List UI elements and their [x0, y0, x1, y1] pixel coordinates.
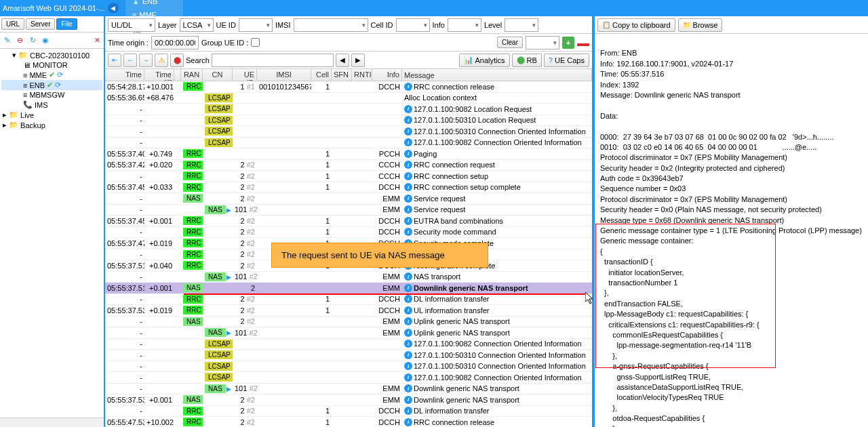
clear-button[interactable]: Clear [497, 37, 523, 48]
detail-header: From: ENB Info: 192.168.100.17:9001, v20… [600, 49, 741, 119]
filter-row-1: UL/DL Layer LCSA UE ID IMSI Cell ID Info… [105, 16, 592, 34]
warn-icon[interactable]: ⚠ [155, 54, 168, 67]
log-row[interactable]: -RRC▶2 #21DCCHi DL information transfer [105, 294, 592, 306]
close-icon[interactable]: ✕ [92, 35, 102, 46]
url-button[interactable]: URL [1, 18, 24, 30]
log-toolbar: ⇤ ← → ⚠ ⬤ Search ◀ ▶ 📊Analytics ⬤RB ?UE … [105, 52, 592, 69]
log-row[interactable]: -LCSAP▶i 127.0.1.100:9082 Connection Ori… [105, 339, 592, 350]
stop-icon[interactable]: ⊖ [14, 35, 25, 46]
level-label: Level [484, 21, 502, 29]
server-button[interactable]: Server [26, 18, 55, 30]
highlight-underline [184, 293, 587, 295]
tree-node-enb[interactable]: ≡ ENB ✔ ⟳ [1, 80, 102, 90]
right-toolbar: 📋 Copy to clipboard 📁 Browse [595, 16, 868, 34]
tree-node-ims[interactable]: 📞 IMS [1, 100, 102, 110]
file-button[interactable]: File [56, 18, 77, 30]
error-icon[interactable]: ⬤ [170, 54, 184, 67]
rb-button[interactable]: ⬤RB [512, 54, 542, 67]
log-row[interactable]: -LCSAP▶i 127.0.1.100:50310 Connection Or… [105, 126, 592, 138]
time-origin-label: Time origin : [108, 39, 149, 47]
analytics-button[interactable]: 📊Analytics [459, 54, 510, 67]
layer-label: Layer [158, 21, 177, 29]
log-row[interactable]: 05:55:37.535+0.019RRC▶2 #21DCCHi UL info… [105, 305, 592, 317]
group-ueid-label: Group UE ID : [201, 39, 248, 47]
log-row[interactable]: 05:55:37.456+0.001RRC▶2 #21DCCHi EUTRA b… [105, 216, 592, 227]
info-combo[interactable] [448, 18, 481, 32]
tree-node-mbmsgw[interactable]: ≡ MBMSGW [1, 90, 102, 100]
scrollbar-horizontal[interactable] [0, 418, 104, 427]
uecaps-button[interactable]: ?UE Caps [544, 54, 589, 67]
nav-prev[interactable]: ← [123, 54, 137, 67]
log-row[interactable]: -NAS▶101 #2EMMi Uplink generic NAS trans… [105, 327, 592, 339]
log-row[interactable]: 05:55:37.402+0.749RRC▶1PCCHi Paging [105, 148, 592, 160]
collapse-icon[interactable]: ◀ [108, 3, 119, 14]
ueid-combo[interactable] [239, 18, 273, 32]
group-ueid-checkbox[interactable] [251, 38, 260, 47]
remove-button[interactable] [577, 43, 589, 46]
clear-combo[interactable] [526, 36, 559, 49]
right-panel: 📋 Copy to clipboard 📁 Browse From: ENB I… [593, 16, 868, 427]
log-row[interactable]: -NAS▶101 #2EMMi Downlink generic NAS tra… [105, 384, 592, 395]
log-row[interactable]: 05:55:37.422+0.020RRC▶2 #21CCCHi RRC con… [105, 160, 592, 171]
tree-node-mme[interactable]: ≡ MME ✔ ⟳ [1, 70, 102, 80]
log-header: Time Time diff RAN CN UE ID IMSI Cell SF… [105, 69, 592, 81]
tree-view: ▾ 📁 CBC-2023010100 🖥 MONITOR≡ MME ✔ ⟳≡ E… [0, 49, 104, 418]
log-body[interactable]: 05:54:28.177+10.001RRC▶1 #10010101234567… [105, 81, 592, 427]
top-tab-enb[interactable]: ▲ENB [125, 0, 183, 8]
log-row[interactable]: -NAS▶101 #2EMMi Service request [105, 205, 592, 216]
time-origin-input[interactable] [151, 36, 199, 49]
log-row[interactable]: -NAS▶101 #2EMMi NAS transport [105, 272, 592, 283]
tree-folder-live[interactable]: ▸ 📁 Live [1, 110, 102, 120]
refresh-icon[interactable]: ↻ [27, 35, 38, 46]
log-row[interactable]: 05:55:36.653+68.476LCSAP▶Alloc Location … [105, 93, 592, 104]
tree-folder-backup[interactable]: ▸ 📁 Backup [1, 120, 102, 130]
tree-node-monitor[interactable]: 🖥 MONITOR [1, 60, 102, 70]
log-row[interactable]: -LCSAP▶i 127.0.1.100:9082 Location Reque… [105, 104, 592, 115]
log-row[interactable]: -RRC▶2 #21DCCHi Security mode command [105, 227, 592, 239]
ueid-label: UE ID [216, 21, 236, 29]
imsi-label: IMSI [275, 21, 291, 29]
left-panel: URL Server File ✎ ⊖ ↻ ◉ ✕ ▾ 📁 CBC-202301… [0, 16, 105, 427]
nav-next[interactable]: → [139, 54, 153, 67]
log-row[interactable]: -LCSAP▶i 127.0.1.100:9082 Connection Ori… [105, 138, 592, 149]
log-row[interactable]: 05:55:37.516+0.001NAS▶2EMMi Downlink gen… [105, 283, 592, 294]
info-label: Info [433, 21, 445, 29]
globe-icon[interactable]: ◉ [40, 35, 51, 46]
log-row[interactable]: 05:55:47.538+10.002RRC▶2 #21DCCHi RRC co… [105, 417, 592, 427]
log-row[interactable]: -RRC▶2 #21CCCHi RRC connection setup [105, 171, 592, 182]
log-row[interactable]: -LCSAP▶i 127.0.1.100:50310 Connection Or… [105, 361, 592, 373]
cellid-label: Cell ID [371, 21, 393, 29]
detail-hex: 0000: 27 39 64 3e b7 03 07 68 01 00 0c 9… [600, 133, 833, 151]
nav-first[interactable]: ⇤ [108, 54, 121, 67]
search-label: Search [186, 56, 210, 64]
imsi-combo[interactable] [294, 18, 368, 32]
layer-combo[interactable]: LCSA [180, 18, 214, 32]
title-bar: Amarisoft Web GUI 2024-01-... ◀ ≡Logs: 2… [0, 0, 868, 16]
log-row[interactable]: -LCSAP▶i 127.0.1.100:9082 Connection Ori… [105, 372, 592, 384]
left-toolbar: URL Server File [0, 16, 104, 33]
highlight-box [595, 224, 776, 368]
wand-icon[interactable]: ✎ [1, 35, 12, 46]
cellid-combo[interactable] [396, 18, 430, 32]
add-button[interactable]: + [562, 37, 574, 49]
log-row[interactable]: -NAS▶2 #2EMMi Uplink generic NAS transpo… [105, 317, 592, 328]
app-title: Amarisoft Web GUI 2024-01-... [3, 4, 105, 12]
copy-button[interactable]: 📋 Copy to clipboard [597, 18, 675, 32]
search-prev[interactable]: ◀ [336, 54, 349, 67]
tree-root[interactable]: ▾ 📁 CBC-2023010100 [1, 50, 102, 60]
log-row[interactable]: -LCSAP▶i 127.0.1.100:50310 Connection Or… [105, 350, 592, 361]
search-input[interactable] [212, 54, 334, 67]
log-row[interactable]: 05:55:37.455+0.033RRC▶2 #21DCCHi RRC con… [105, 182, 592, 194]
uldl-combo[interactable]: UL/DL [108, 18, 155, 32]
browse-button[interactable]: 📁 Browse [678, 18, 723, 32]
log-row[interactable]: 05:55:37.536+0.001NAS▶2 #2EMMi Downlink … [105, 394, 592, 406]
log-row[interactable]: -RRC▶2 #21DCCHi DL information transfer [105, 406, 592, 418]
log-row[interactable]: -LCSAP▶i 127.0.1.100:50310 Location Requ… [105, 115, 592, 127]
filter-row-2: Time origin : Group UE ID : Clear + [105, 34, 592, 52]
detail-body[interactable]: From: ENB Info: 192.168.100.17:9001, v20… [595, 34, 868, 427]
log-row[interactable]: 05:54:28.177+10.001RRC▶1 #10010101234567… [105, 81, 592, 93]
search-next[interactable]: ▶ [351, 54, 365, 67]
annotation-callout: The request sent to UE via NAS message [271, 243, 488, 268]
level-combo[interactable] [505, 18, 538, 32]
log-row[interactable]: -NAS▶2 #2EMMi Service request [105, 193, 592, 205]
